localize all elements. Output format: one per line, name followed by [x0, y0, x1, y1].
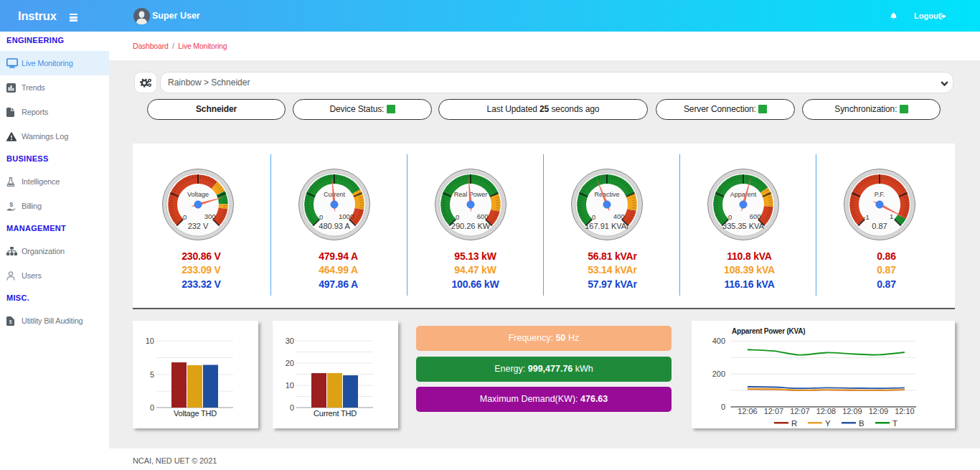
svg-text:480.93 A: 480.93 A	[319, 222, 350, 230]
svg-text:600: 600	[477, 212, 489, 220]
svg-text:12:09: 12:09	[842, 407, 862, 415]
svg-text:600: 600	[750, 212, 761, 220]
svg-text:12:08: 12:08	[816, 407, 837, 415]
svg-text:12:09: 12:09	[869, 407, 889, 415]
svg-text:0: 0	[728, 213, 732, 221]
svg-text:0.87: 0.87	[872, 222, 887, 230]
svg-text:1000: 1000	[339, 212, 354, 220]
svg-text:335.35 KVA: 335.35 KVA	[722, 222, 765, 230]
svg-text:Apparent Power (KVA): Apparent Power (KVA)	[732, 327, 806, 335]
svg-text:232 V: 232 V	[188, 222, 209, 230]
svg-text:Reactive: Reactive	[594, 191, 619, 198]
svg-text:300: 300	[204, 212, 216, 220]
svg-text:Current THD: Current THD	[314, 409, 357, 418]
svg-text:12:06: 12:06	[738, 407, 758, 415]
svg-text:R: R	[791, 419, 797, 428]
svg-text:Voltage: Voltage	[187, 191, 209, 198]
svg-text:0: 0	[592, 213, 595, 221]
svg-text:0: 0	[150, 403, 154, 412]
svg-text:Apparent: Apparent	[730, 191, 757, 198]
svg-text:$: $	[9, 202, 13, 208]
svg-text:Y: Y	[825, 419, 831, 428]
svg-text:5: 5	[150, 370, 154, 379]
svg-text:167.91 KVAr: 167.91 KVAr	[585, 222, 629, 230]
svg-text:1: 1	[890, 212, 893, 220]
svg-text:290.26 KW: 290.26 KW	[451, 222, 491, 230]
svg-text:10: 10	[146, 337, 154, 345]
svg-text:$: $	[9, 319, 12, 324]
svg-text:-1: -1	[863, 213, 869, 221]
svg-text:T: T	[892, 419, 897, 428]
svg-text:20: 20	[286, 359, 294, 367]
svg-text:P.F.: P.F.	[875, 191, 885, 198]
svg-text:30: 30	[286, 337, 294, 345]
svg-text:200: 200	[712, 370, 725, 378]
svg-text:B: B	[859, 419, 864, 428]
svg-text:12:07: 12:07	[764, 407, 784, 415]
svg-text:0: 0	[290, 403, 294, 412]
svg-text:0: 0	[183, 213, 187, 221]
svg-text:0: 0	[319, 213, 323, 221]
svg-text:0: 0	[721, 403, 725, 411]
svg-text:0: 0	[456, 213, 459, 221]
svg-text:400: 400	[613, 212, 625, 220]
svg-text:12:10: 12:10	[895, 407, 915, 415]
svg-text:12:07: 12:07	[790, 407, 810, 415]
svg-text:Voltage THD: Voltage THD	[174, 409, 217, 418]
svg-text:400: 400	[712, 337, 725, 345]
svg-text:10: 10	[286, 381, 294, 390]
